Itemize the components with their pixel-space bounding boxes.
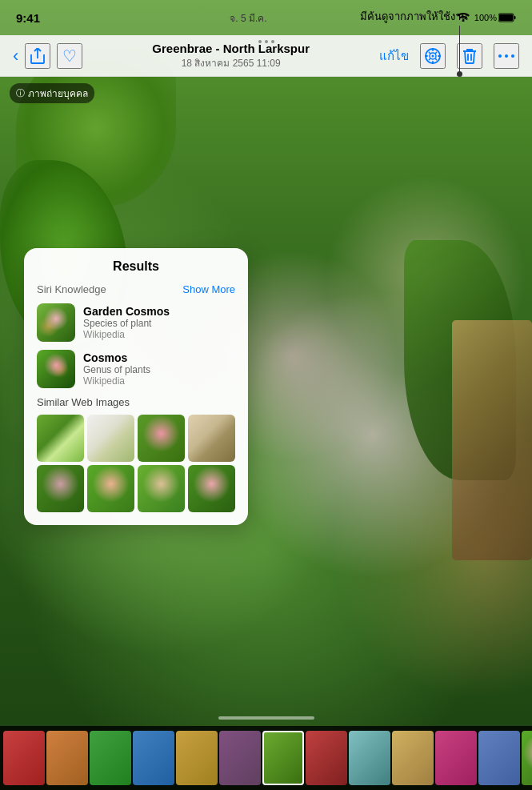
filmstrip-thumb-4[interactable] (133, 731, 174, 785)
similar-image-1[interactable] (37, 415, 84, 462)
similar-image-3[interactable] (138, 415, 185, 462)
svg-point-6 (432, 54, 434, 57)
badge-icon: ⓘ (16, 87, 25, 99)
result-source-1: Wikipedia (83, 329, 235, 340)
section-header: Siri Knowledge Show More (37, 283, 235, 295)
show-more-button[interactable]: Show More (182, 283, 235, 295)
edit-button[interactable]: แก้ไข (379, 46, 409, 66)
result-item-2[interactable]: Cosmos Genus of plants Wikipedia (37, 350, 235, 388)
filmstrip-thumb-1[interactable] (3, 731, 45, 785)
result-info-1: Garden Cosmos Species of plant Wikipedia (83, 305, 235, 340)
filmstrip-thumb-8[interactable] (306, 731, 347, 785)
callout-text: มีค้นดูจากภาพให้ใช้งาน (360, 8, 468, 25)
filmstrip-thumb-9[interactable] (349, 731, 390, 785)
home-indicator (218, 716, 314, 720)
drag-handle (258, 40, 274, 43)
results-panel: Results Siri Knowledge Show More Garden … (24, 248, 248, 525)
result-name-2: Cosmos (83, 351, 235, 364)
back-button[interactable]: ‹ (13, 46, 18, 66)
similar-image-8[interactable] (188, 465, 235, 512)
result-source-2: Wikipedia (83, 375, 235, 387)
similar-image-4[interactable] (188, 415, 235, 462)
similar-image-2[interactable] (87, 415, 134, 462)
nav-subtitle: 18 สิงหาคม 2565 11:09 (98, 55, 363, 70)
result-item-1[interactable]: Garden Cosmos Species of plant Wikipedia (37, 303, 235, 342)
similar-image-6[interactable] (87, 465, 134, 512)
filmstrip-thumb-3[interactable] (90, 731, 131, 785)
status-time: 9:41 (16, 11, 40, 25)
svg-rect-3 (499, 14, 513, 21)
callout-line (459, 26, 460, 74)
result-desc-1: Species of plant (83, 318, 235, 329)
visual-lookup-button[interactable] (420, 43, 446, 69)
filmstrip-thumb-6[interactable] (219, 731, 261, 785)
section-label: Siri Knowledge (37, 283, 106, 295)
similar-image-5[interactable] (37, 465, 84, 512)
results-title: Results (37, 259, 235, 274)
filmstrip-thumb-13[interactable] (522, 731, 532, 785)
result-info-2: Cosmos Genus of plants Wikipedia (83, 351, 235, 387)
nav-left-controls: ‹ ♡ (13, 43, 82, 69)
more-button[interactable] (494, 43, 519, 69)
filmstrip-thumb-active[interactable] (262, 731, 304, 785)
result-name-1: Garden Cosmos (83, 305, 235, 318)
svg-point-8 (505, 54, 508, 58)
filmstrip-thumb-12[interactable] (478, 731, 520, 785)
status-date: จ. 5 มี.ค. (230, 10, 266, 26)
filmstrip-thumb-10[interactable] (392, 731, 434, 785)
filmstrip (0, 726, 532, 790)
battery-icon: 100% (474, 13, 516, 22)
share-button[interactable] (25, 43, 50, 69)
svg-point-7 (498, 54, 502, 58)
favorite-button[interactable]: ♡ (57, 43, 82, 69)
nav-right-controls: แก้ไข (379, 43, 519, 69)
similar-label: Similar Web Images (37, 396, 235, 408)
filmstrip-thumb-11[interactable] (435, 731, 477, 785)
nav-title: Greenbrae - North Larkspur (98, 42, 363, 55)
similar-image-7[interactable] (138, 465, 185, 512)
result-thumb-2 (37, 350, 75, 388)
filmstrip-thumb-2[interactable] (46, 731, 88, 785)
nav-center: Greenbrae - North Larkspur 18 สิงหาคม 25… (98, 42, 363, 70)
callout-annotation: มีค้นดูจากภาพให้ใช้งาน (360, 8, 468, 25)
badge-label: ภาพถ่ายบุคคล (28, 86, 88, 101)
filmstrip-thumb-5[interactable] (176, 731, 218, 785)
delete-button[interactable] (457, 43, 482, 69)
result-desc-2: Genus of plants (83, 364, 235, 375)
photo-badge[interactable]: ⓘ ภาพถ่ายบุคคล (10, 83, 94, 103)
result-thumb-1 (37, 303, 75, 342)
svg-point-9 (511, 54, 514, 58)
similar-grid-row2 (37, 465, 235, 512)
similar-grid-row1 (37, 415, 235, 462)
svg-rect-2 (514, 16, 515, 19)
